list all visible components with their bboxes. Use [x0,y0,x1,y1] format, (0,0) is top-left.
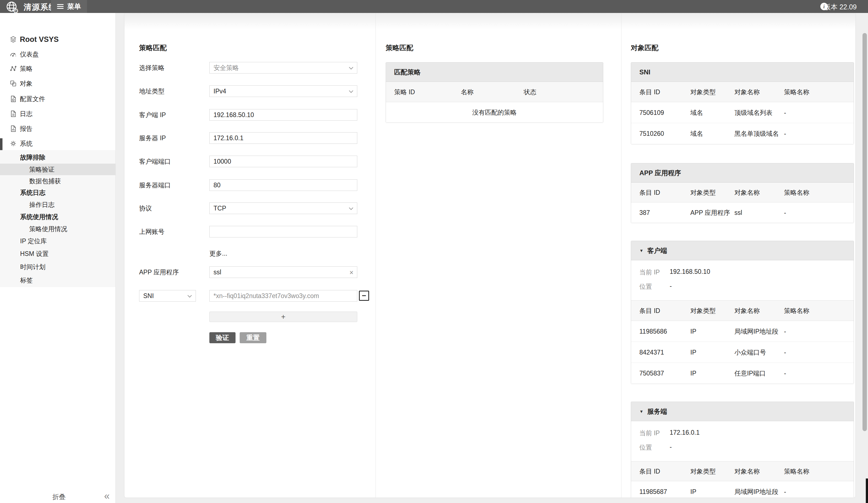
info-label: 当前 IP [639,268,661,277]
entry-id-cell: 11985686 [639,321,667,342]
internet-account-input[interactable] [209,226,357,237]
client-card-title[interactable]: ▼ 客户端 [631,241,854,260]
main-content-card: 策略匹配 选择策略 安全策略 地址类型 IPv4 客户端 IP [124,13,855,497]
layers-icon [9,35,17,43]
policy-type-select[interactable]: 安全策略 [209,62,357,73]
form-section-title: 策略匹配 [139,43,167,52]
table-row: 7510260 域名 黑名单顶级域名 - [631,123,854,144]
sidebar-item-policy-validation[interactable]: 策略验证 [0,164,115,175]
table-row: 8424371 IP 小众端口号 - [631,342,854,363]
object-name-cell: 局域网IP地址段 [734,321,778,342]
object-type-cell: APP 应用程序 [690,203,730,223]
sidebar-item-label: 对象 [20,79,32,88]
column-header: 条目 ID [639,461,660,481]
sidebar-item-system-logs[interactable]: 系统日志 [0,187,115,198]
gear-icon [9,140,17,147]
column-header: 策略名称 [784,183,809,203]
server-info-block: 当前 IP 172.16.0.1 位置 - [631,421,854,461]
sidebar-item-packet-capture[interactable]: 数据包捕获 [0,175,115,187]
gauge-icon [9,50,17,58]
sidebar-item-label: 故障排除 [20,153,45,162]
info-label: 当前 IP [639,429,661,438]
empty-state-text: 没有匹配的策略 [386,102,603,123]
sidebar-item-policy[interactable]: 策略 [0,62,115,75]
add-row-button[interactable]: + [209,311,357,322]
card-title-text: APP 应用程序 [639,168,681,177]
select-value: 安全策略 [214,64,239,72]
clear-x-icon[interactable]: × [349,269,353,277]
sidebar-item-system-usage[interactable]: 系统使用情况 [0,211,115,223]
sni-value-input[interactable] [209,290,357,302]
column-header: 条目 ID [639,183,660,203]
entry-id-cell: 7505837 [639,363,664,384]
matched-policies-card: 匹配策略 策略 ID 名称 状态 没有匹配的策略 [386,62,603,123]
sidebar-item-system[interactable]: 系统 [0,137,115,150]
policy-name-cell: - [784,481,786,497]
sidebar-item-label: 仪表盘 [20,50,39,59]
field-label: 服务器 IP [139,132,166,144]
sidebar-item-label: HSM 设置 [20,249,49,258]
menu-button[interactable]: 菜单 [51,0,87,13]
sidebar-item-ip-geolocation[interactable]: IP 定位库 [0,235,115,247]
sidebar-item-logs[interactable]: 日志 [0,107,115,120]
sidebar-item-operation-logs[interactable]: 操作日志 [0,199,115,211]
field-label: APP 应用程序 [139,266,179,278]
verify-button[interactable]: 验证 [209,332,236,343]
column-header: 策略名称 [784,82,809,102]
table-header-row: 条目 ID 对象类型 对象名称 策略名称 [631,183,854,203]
app-input[interactable] [209,266,357,278]
sidebar-item-profiles[interactable]: 配置文件 [0,93,115,105]
empty-text: 没有匹配的策略 [473,108,517,117]
sidebar-item-label: 系统使用情况 [20,213,58,221]
server-card-title[interactable]: ▼ 服务端 [631,402,854,421]
entry-id-cell: 7506109 [639,102,664,123]
column-divider [375,13,376,497]
reset-button[interactable]: 重置 [240,332,266,343]
client-ip-input[interactable] [209,109,357,121]
select-value: SNI [143,292,154,300]
sidebar-item-tags[interactable]: 标签 [0,274,115,286]
protocol-select[interactable]: TCP [209,203,357,214]
current-ip-line: 当前 IP 172.16.0.1 [639,429,661,438]
more-link[interactable]: 更多... [209,249,227,258]
app-root: ⚙ 清源系统 菜单 i 版本 22.09 Root VSYS [0,0,868,503]
column-header: 对象名称 [734,82,760,102]
server-ip-input[interactable] [209,132,357,144]
sidebar-item-label: 策略 [20,64,32,73]
address-type-select[interactable]: IPv4 [209,85,357,97]
column-header: 条目 ID [639,300,660,321]
collapse-button[interactable]: 折叠 [52,493,65,501]
client-match-card: ▼ 客户端 当前 IP 192.168.50.10 位置 - 条目 ID 对象类… [631,241,854,384]
menu-label: 菜单 [67,2,81,11]
matched-policies-card-title: 匹配策略 [386,63,603,82]
chevron-down-icon [349,206,353,210]
sidebar-item-label: 报告 [20,124,32,133]
column-header: 名称 [461,82,474,102]
client-port-input[interactable] [209,156,357,167]
policy-icon [9,65,17,72]
sidebar-item-label: 系统 [20,140,32,148]
column-header: 对象名称 [734,461,760,481]
object-type-cell: IP [690,321,696,342]
location-line: 位置 - [639,283,661,291]
sidebar-item-hsm-settings[interactable]: HSM 设置 [0,248,115,259]
current-ip-line: 当前 IP 192.168.50.10 [639,268,661,277]
sidebar-item-root-vsys[interactable]: Root VSYS [0,32,115,47]
column-divider [621,13,621,497]
sidebar-item-dashboard[interactable]: 仪表盘 [0,48,115,61]
sni-type-select[interactable]: SNI [139,290,196,302]
objects-icon [9,80,17,87]
minus-icon[interactable]: − [359,291,369,301]
column-header: 对象类型 [690,300,716,321]
card-title-text: 匹配策略 [394,68,421,76]
object-match-panel: 对象匹配 SNI 条目 ID 对象类型 对象名称 策略名称 7506109 域名… [631,13,854,497]
sidebar-item-objects[interactable]: 对象 [0,77,115,90]
vertical-scrollbar[interactable] [862,33,867,431]
policy-name-cell: - [784,321,786,342]
server-port-input[interactable] [209,179,357,191]
double-chevron-left-icon[interactable]: « [104,490,110,502]
sidebar-item-reports[interactable]: 报告 [0,122,115,135]
sidebar-item-troubleshooting[interactable]: 故障排除 [0,152,115,163]
sidebar-item-policy-usage[interactable]: 策略使用情况 [0,223,115,235]
sidebar-item-schedules[interactable]: 时间计划 [0,261,115,273]
